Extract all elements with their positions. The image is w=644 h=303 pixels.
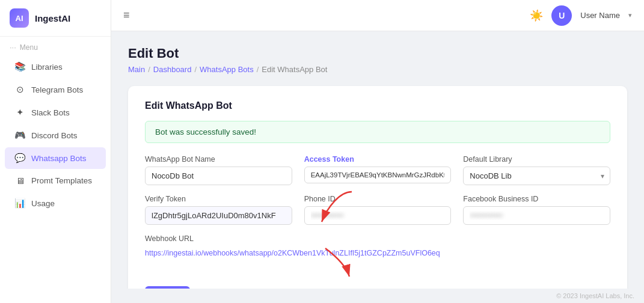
breadcrumb-sep-1: / xyxy=(148,65,150,74)
access-token-label: Access Token xyxy=(304,155,452,164)
success-message: Bot was successfully saved! xyxy=(155,127,256,136)
fb-business-id-label: Facebook Business ID xyxy=(463,195,610,203)
card-title: Edit WhatsApp Bot xyxy=(145,100,610,111)
breadcrumb-whatsapp-bots[interactable]: WhatsApp Bots xyxy=(200,65,254,74)
default-library-select[interactable]: NocoDB Lib xyxy=(463,167,610,185)
main-area: ≡ ☀️ U User Name ▾ Edit Bot Main / Dashb… xyxy=(111,0,644,303)
libraries-icon: 📚 xyxy=(14,61,25,72)
sidebar-item-whatsapp-bots[interactable]: 💬 Whatsapp Bots xyxy=(5,147,106,169)
page-title: Edit Bot xyxy=(128,46,627,61)
topbar: ≡ ☀️ U User Name ▾ xyxy=(111,0,644,31)
theme-toggle-icon[interactable]: ☀️ xyxy=(530,9,543,22)
form-row-2: Verify Token Phone ID Facebook Business … xyxy=(145,195,610,225)
sidebar-item-prompt-templates[interactable]: 🖥 Promt Templates xyxy=(5,170,106,191)
menu-label: Menu xyxy=(20,43,38,52)
dots-icon: ··· xyxy=(10,43,16,52)
default-library-select-wrapper[interactable]: NocoDB Lib xyxy=(463,167,610,185)
sidebar-menu-section: ··· Menu xyxy=(0,37,111,55)
sidebar-item-libraries[interactable]: 📚 Libraries xyxy=(5,56,106,78)
sidebar-item-label: Slack Bots xyxy=(31,108,70,117)
app-logo-icon: AI xyxy=(10,8,29,28)
sidebar-item-telegram-bots[interactable]: ⊙ Telegram Bots xyxy=(5,79,106,100)
access-token-group: Access Token xyxy=(304,155,452,185)
discord-icon: 🎮 xyxy=(14,130,25,141)
telegram-icon: ⊙ xyxy=(14,84,25,95)
webhook-url-group: Webhook URL https://ingestai.io/webhooks… xyxy=(145,234,610,257)
sidebar-logo: AI IngestAI xyxy=(0,0,111,37)
phone-id-group: Phone ID xyxy=(304,195,452,225)
access-token-input[interactable] xyxy=(304,167,452,183)
verify-token-input[interactable] xyxy=(145,206,292,225)
webhook-section: Webhook URL https://ingestai.io/webhooks… xyxy=(145,234,610,257)
whatsapp-icon: 💬 xyxy=(14,153,25,164)
sidebar-item-label: Discord Bots xyxy=(31,131,78,140)
templates-icon: 🖥 xyxy=(14,176,25,186)
breadcrumb-current: Edit WhatsApp Bot xyxy=(262,65,327,74)
phone-id-label: Phone ID xyxy=(304,195,452,203)
hamburger-icon[interactable]: ≡ xyxy=(123,9,130,22)
verify-token-label: Verify Token xyxy=(145,195,292,203)
bot-name-label: WhatsApp Bot Name xyxy=(145,155,292,164)
user-name: User Name xyxy=(580,11,620,20)
topbar-left: ≡ xyxy=(123,9,130,22)
footer-text: © 2023 IngestAI Labs, Inc. xyxy=(556,292,634,299)
breadcrumb: Main / Dashboard / WhatsApp Bots / Edit … xyxy=(128,65,627,74)
default-library-label: Default Library xyxy=(463,155,610,164)
content-area: Edit Bot Main / Dashboard / WhatsApp Bot… xyxy=(111,31,644,289)
usage-icon: 📊 xyxy=(14,198,25,209)
success-banner: Bot was successfully saved! xyxy=(145,121,610,143)
sidebar-item-discord-bots[interactable]: 🎮 Discord Bots xyxy=(5,124,106,146)
phone-id-input[interactable] xyxy=(304,206,452,225)
breadcrumb-main[interactable]: Main xyxy=(128,65,145,74)
breadcrumb-sep-3: / xyxy=(257,65,259,74)
edit-bot-card: Edit WhatsApp Bot Bot was successfully s… xyxy=(128,86,627,289)
bot-name-input[interactable] xyxy=(145,167,292,185)
user-dropdown-chevron[interactable]: ▾ xyxy=(628,11,632,19)
user-avatar[interactable]: U xyxy=(551,5,572,26)
sidebar-item-label: Promt Templates xyxy=(31,176,92,185)
default-library-group: Default Library NocoDB Lib xyxy=(463,155,610,185)
bot-name-group: WhatsApp Bot Name xyxy=(145,155,292,185)
webhook-url-value: https://ingestai.io/webhooks/whatsapp/o2… xyxy=(145,249,610,257)
sidebar-item-label: Whatsapp Bots xyxy=(31,154,87,163)
webhook-url-label: Webhook URL xyxy=(145,234,610,243)
verify-token-group: Verify Token xyxy=(145,195,292,225)
app-name: IngestAI xyxy=(35,13,70,23)
sidebar-item-label: Usage xyxy=(31,199,55,208)
breadcrumb-sep-2: / xyxy=(194,65,197,74)
fb-business-id-input[interactable] xyxy=(463,206,610,225)
slack-icon: ✦ xyxy=(14,107,25,118)
form-row-1: WhatsApp Bot Name Access Token Default L… xyxy=(145,155,610,185)
sidebar-item-usage[interactable]: 📊 Usage xyxy=(5,192,106,214)
sidebar-item-label: Libraries xyxy=(31,63,63,72)
topbar-right: ☀️ U User Name ▾ xyxy=(530,5,632,26)
sidebar-item-slack-bots[interactable]: ✦ Slack Bots xyxy=(5,102,106,123)
footer: © 2023 IngestAI Labs, Inc. xyxy=(111,289,644,303)
breadcrumb-dashboard[interactable]: Dashboard xyxy=(153,65,192,74)
sidebar-item-label: Telegram Bots xyxy=(31,85,83,94)
sidebar: AI IngestAI ··· Menu 📚 Libraries ⊙ Teleg… xyxy=(0,0,111,303)
fb-business-id-group: Facebook Business ID xyxy=(463,195,610,225)
